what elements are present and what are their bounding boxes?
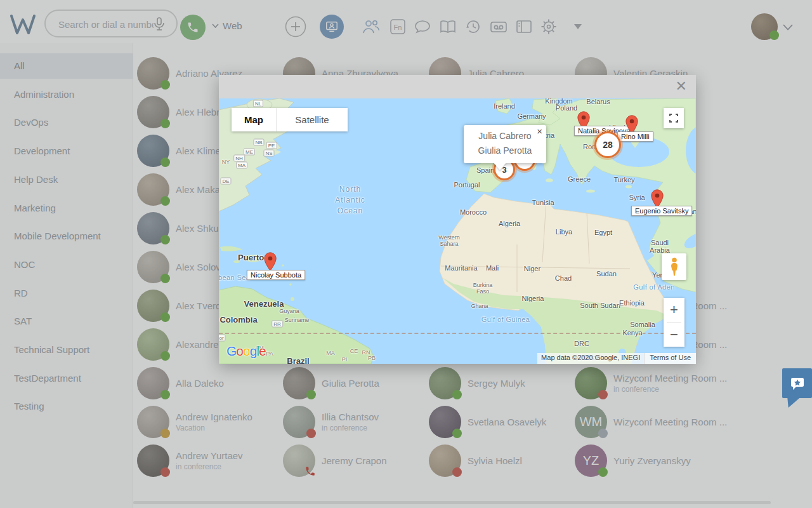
map-modal: ✕: [219, 75, 696, 364]
map-label-pb: PB: [368, 355, 376, 361]
map-label-pi: PI: [342, 356, 348, 363]
map-label-spain: Spain: [476, 166, 494, 174]
fullscreen-icon: [669, 114, 678, 123]
map-label-poland: Poland: [556, 104, 577, 112]
map-label-turkey: Turkey: [613, 176, 634, 184]
feedback-star-bubble-icon: [789, 375, 806, 392]
map-label-south-sudan: South Sudan: [580, 302, 620, 309]
app-window: Web Fn: [0, 0, 812, 508]
popup-close-icon[interactable]: ×: [537, 126, 542, 137]
popup-contact-1[interactable]: Julia Cabrero: [464, 129, 546, 144]
map-label-tunisia: Tunisia: [532, 199, 554, 206]
zoom-control: + −: [664, 298, 684, 347]
map-label-algeria: Algeria: [499, 220, 520, 227]
map-label-me: ME: [244, 149, 255, 156]
pegman-icon: [669, 257, 680, 276]
map-label-pa: PA: [266, 351, 273, 357]
map-type-satellite[interactable]: Satellite: [276, 108, 348, 131]
map-label-sudan: Sudan: [596, 270, 617, 277]
map-label-niger: Niger: [524, 265, 540, 272]
google-logo[interactable]: Google: [226, 344, 266, 359]
map-label-burkina-faso: Burkina Faso: [473, 282, 493, 295]
feedback-tab[interactable]: [782, 368, 812, 398]
map-label-rr: RR: [272, 321, 283, 328]
map-label-colombia: Colombia: [219, 315, 257, 324]
map-label-mali: Mali: [486, 264, 499, 272]
map-label-brazil: Brazil: [287, 356, 309, 364]
google-logo-letter: e: [259, 344, 266, 358]
google-logo-letter: o: [243, 344, 250, 358]
map-label-ns: NS: [263, 150, 274, 157]
fullscreen-button[interactable]: [664, 108, 684, 128]
modal-close-button[interactable]: ✕: [676, 78, 687, 95]
map-info-popup: Julia Cabrero Giulia Perotta ×: [464, 125, 546, 163]
google-map[interactable]: NLIrelandKingdomGermanyPolandBelarusUkra…: [219, 98, 696, 364]
map-label-egypt: Egypt: [594, 229, 612, 236]
map-label-north-atlantic-ocean: North Atlantic Ocean: [335, 184, 365, 217]
map-label-ghana: Ghana: [471, 303, 488, 309]
map-label-somalia: Somalia: [630, 321, 655, 328]
map-label-venezuela: Venezuela: [244, 299, 284, 309]
map-label-portugal: Portugal: [454, 181, 480, 189]
map-label-nigeria: Nigeria: [522, 295, 544, 302]
map-label-morocco: Morocco: [460, 208, 487, 216]
map-label-or: or: [219, 335, 226, 342]
map-type-control: Map Satellite: [232, 108, 348, 131]
map-label-suriname: Suriname: [285, 317, 310, 323]
map-label-drc: DRC: [574, 340, 589, 347]
map-label-greece: Greece: [568, 175, 591, 183]
map-cluster-28[interactable]: 28: [594, 131, 621, 158]
map-label-western-sahara: Western Sahara: [438, 234, 459, 247]
map-label-nh: NH: [233, 155, 245, 162]
map-label-ireland: Ireland: [494, 102, 515, 110]
map-label-kenya: Kenya: [622, 329, 642, 337]
map-label-saudi-arabia: Saudi Arabia: [642, 239, 678, 254]
google-logo-letter: g: [250, 344, 257, 358]
map-label-chad: Chad: [555, 274, 572, 282]
pegman-control[interactable]: [662, 253, 686, 280]
map-label-libya: Libya: [556, 228, 572, 236]
map-label-ny: NY: [222, 159, 230, 165]
map-label-ethiopia: Ethiopia: [619, 299, 645, 307]
map-label-gulf-of-aden: Gulf of Aden: [633, 283, 674, 291]
map-data-credit: Map data ©2020 Google, INEGI: [537, 353, 644, 364]
map-modal-header: ✕: [219, 75, 696, 98]
map-label-mauritania: Mauritania: [445, 264, 477, 272]
popup-tail: [493, 162, 507, 170]
zoom-in-button[interactable]: +: [664, 298, 684, 322]
google-logo-letter: o: [236, 344, 243, 358]
map-label-pe: PE: [266, 142, 277, 149]
terms-of-use-link[interactable]: Terms of Use: [644, 353, 696, 364]
map-label-ma: MA: [326, 350, 335, 356]
map-label-gulf-of-guinea: Gulf of Guinea: [481, 316, 530, 323]
map-pin-label-nicolay-subbota: Nicolay Subbota: [247, 270, 305, 280]
map-label-guyana: Guyana: [279, 308, 299, 314]
google-logo-letter: G: [226, 344, 236, 358]
map-label-syria: Syria: [629, 194, 645, 201]
map-type-map[interactable]: Map: [232, 108, 276, 131]
map-label-nb: NB: [253, 139, 264, 146]
map-label-belarus: Belarus: [586, 98, 610, 105]
map-pin-label-rino-milli: Rino Milli: [617, 131, 653, 142]
map-label-germany: Germany: [517, 112, 546, 120]
map-label-ma: MA: [236, 162, 247, 169]
map-label-nl: NL: [253, 100, 263, 107]
map-label-caribbean-sea: Caribbean Sea: [219, 274, 250, 281]
map-label-de: DE: [220, 178, 231, 185]
zoom-out-button[interactable]: −: [664, 323, 684, 347]
map-pin-label-eugenio-savitsky: Eugenio Savitsky: [631, 206, 692, 216]
popup-contact-2[interactable]: Giulia Perotta: [464, 144, 546, 158]
map-attribution: Map data ©2020 Google, INEGI Terms of Us…: [537, 353, 696, 364]
map-label-ce: CE: [350, 348, 358, 354]
